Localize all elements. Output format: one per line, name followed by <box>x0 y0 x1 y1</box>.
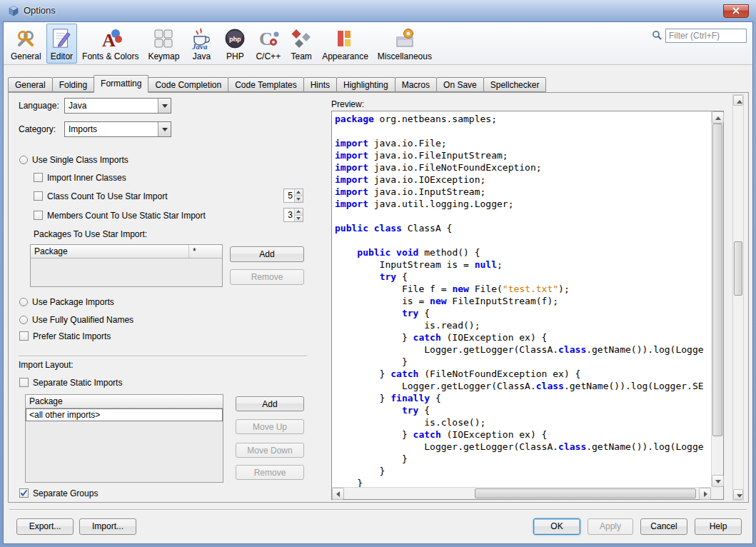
star-import-table[interactable]: Package * <box>30 244 223 287</box>
ok-button[interactable]: OK <box>533 518 580 535</box>
table-body[interactable] <box>26 421 223 482</box>
spinner-up-icon[interactable] <box>295 189 303 196</box>
column-header-package[interactable]: Package <box>31 245 189 258</box>
checkbox-class-count-star-import[interactable]: Class Count To Use Star Import <box>34 191 168 201</box>
tab-general[interactable]: General <box>8 77 53 92</box>
editor-icon <box>51 26 72 51</box>
cancel-button[interactable]: Cancel <box>640 518 687 535</box>
checkbox-separate-groups[interactable]: Separate Groups <box>19 488 98 498</box>
checkbox-icon <box>34 173 43 182</box>
radio-label: Use Fully Qualified Names <box>32 315 133 325</box>
toolbar-item-team[interactable]: Team <box>286 24 317 64</box>
toolbar-item-label: General <box>11 51 41 61</box>
tab-macros[interactable]: Macros <box>395 77 437 92</box>
column-header-package[interactable]: Package <box>26 395 223 408</box>
horizontal-scrollbar-thumb[interactable] <box>475 488 696 498</box>
toolbar-item-java[interactable]: JavaJava <box>184 24 218 64</box>
code-line: InputStream is = null; <box>335 259 711 271</box>
add-star-import-button[interactable]: Add <box>230 246 304 262</box>
code-line: import java.io.InputStream; <box>335 186 711 198</box>
panel-scrollbar-thumb[interactable] <box>734 241 742 296</box>
remove-import-layout-button[interactable]: Remove <box>236 465 304 480</box>
tab-hints[interactable]: Hints <box>303 77 337 92</box>
appearance-icon <box>334 26 357 51</box>
tab-on-save[interactable]: On Save <box>436 77 484 92</box>
move-up-button[interactable]: Move Up <box>236 419 304 434</box>
tab-spellchecker[interactable]: Spellchecker <box>483 77 547 92</box>
tab-code-completion[interactable]: Code Completion <box>148 77 228 92</box>
code-line: } <box>335 453 711 465</box>
checkbox-icon <box>34 211 43 220</box>
export-button[interactable]: Export... <box>16 518 74 535</box>
panel-scrollbar[interactable] <box>732 94 744 501</box>
checkbox-label: Import Inner Classes <box>47 173 126 183</box>
toolbar-item-appearance[interactable]: Appearance <box>318 24 373 64</box>
class-count-spinner[interactable]: 5 <box>283 189 303 203</box>
checkbox-import-inner-classes[interactable]: Import Inner Classes <box>34 172 126 183</box>
close-button[interactable] <box>723 4 749 18</box>
code-area[interactable]: package org.netbeans.samples; import jav… <box>332 111 711 487</box>
table-body[interactable] <box>31 259 222 286</box>
chevron-down-icon[interactable] <box>158 122 171 136</box>
spinner-up-icon[interactable] <box>295 209 303 216</box>
toolbar-item-c-c[interactable]: CC/C++ <box>251 24 285 64</box>
move-down-button[interactable]: Move Down <box>236 443 304 458</box>
import-layout-table[interactable]: Package <all other imports> <box>25 394 223 483</box>
toolbar-item-editor[interactable]: Editor <box>46 24 77 64</box>
checkbox-label: Members Count To Use Static Star Import <box>47 211 206 221</box>
category-combobox[interactable]: Imports <box>64 121 171 137</box>
tab-highlighting[interactable]: Highlighting <box>336 77 395 92</box>
code-line: try { <box>335 307 711 319</box>
toolbar-item-keymap[interactable]: Keymap <box>143 24 183 64</box>
table-header: Package * <box>31 245 222 259</box>
apply-button[interactable]: Apply <box>588 518 633 535</box>
code-line: import java.util.logging.Logger; <box>335 198 711 210</box>
toolbar-item-general[interactable]: General <box>6 24 46 64</box>
language-combobox[interactable]: Java <box>64 98 171 114</box>
cpp-icon: C <box>257 26 280 51</box>
tab-folding[interactable]: Folding <box>52 77 94 92</box>
members-count-spinner[interactable]: 3 <box>283 208 303 222</box>
remove-star-import-button[interactable]: Remove <box>230 269 304 285</box>
scroll-left-icon[interactable] <box>332 488 344 500</box>
import-button[interactable]: Import... <box>79 518 136 535</box>
scroll-right-icon[interactable] <box>699 488 711 500</box>
spinner-down-icon[interactable] <box>295 196 303 203</box>
editor-horizontal-scrollbar[interactable] <box>332 487 711 499</box>
scroll-down-icon[interactable] <box>733 489 743 500</box>
table-header: Package <box>26 395 223 408</box>
category-label: Category: <box>19 124 56 134</box>
toolbar-item-label: Java <box>193 51 211 61</box>
code-line: package org.netbeans.samples; <box>335 113 711 125</box>
titlebar[interactable]: Options <box>0 0 756 21</box>
checkbox-prefer-static-imports[interactable]: Prefer Static Imports <box>19 331 111 341</box>
checkbox-label: Separate Groups <box>33 488 98 498</box>
spinner-value: 5 <box>284 189 294 202</box>
checkbox-members-count-static-star-import[interactable]: Members Count To Use Static Star Import <box>34 210 206 221</box>
help-button[interactable]: Help <box>695 518 742 535</box>
scroll-up-icon[interactable] <box>712 111 724 124</box>
toolbar-item-fonts-colors[interactable]: AFonts & Colors <box>78 24 143 64</box>
tab-code-templates[interactable]: Code Templates <box>228 77 304 92</box>
editor-vertical-scrollbar[interactable] <box>711 111 723 487</box>
toolbar-item-miscellaneous[interactable]: Miscellaneous <box>373 24 436 64</box>
add-import-layout-button[interactable]: Add <box>236 396 304 411</box>
toolbar-item-php[interactable]: phpPHP <box>219 24 251 64</box>
column-header-star[interactable]: * <box>189 245 222 258</box>
spinner-down-icon[interactable] <box>295 216 303 222</box>
code-line: } catch (IOException ex) { <box>335 331 711 343</box>
scroll-down-icon[interactable] <box>712 475 724 487</box>
dialog-body: GeneralEditorAFonts & ColorsKeymapJavaJa… <box>3 21 753 544</box>
tab-formatting[interactable]: Formatting <box>94 75 148 93</box>
scroll-up-icon[interactable] <box>733 95 743 106</box>
vertical-scrollbar-thumb[interactable] <box>712 124 722 436</box>
radio-use-single-class-imports[interactable]: Use Single Class Imports <box>19 154 128 165</box>
table-row-all-other-imports[interactable]: <all other imports> <box>26 408 223 421</box>
filter-input[interactable] <box>665 29 747 43</box>
chevron-down-icon[interactable] <box>158 99 171 113</box>
preview-editor[interactable]: package org.netbeans.samples; import jav… <box>331 111 724 500</box>
radio-use-fully-qualified-names[interactable]: Use Fully Qualified Names <box>19 314 133 325</box>
search-icon <box>652 30 662 42</box>
radio-use-package-imports[interactable]: Use Package Imports <box>19 296 114 307</box>
checkbox-separate-static-imports[interactable]: Separate Static Imports <box>19 377 122 388</box>
